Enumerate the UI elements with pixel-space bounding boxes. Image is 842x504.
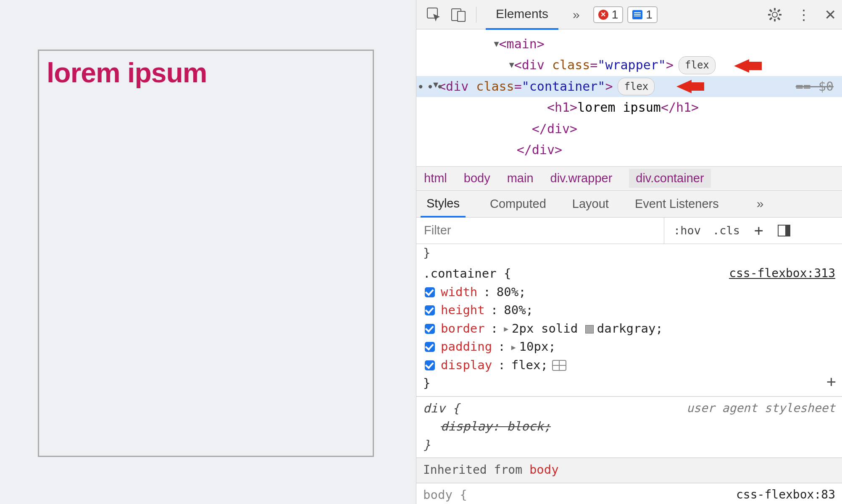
css-prop-display[interactable]: display: flex; <box>423 356 835 375</box>
devtools-toolbar: Elements » ✕ 1 1 ⋮ ✕ <box>416 0 842 29</box>
inherited-source[interactable]: body <box>529 462 559 477</box>
preview-heading: lorem ipsum <box>47 57 365 89</box>
crumb-body[interactable]: body <box>464 171 490 185</box>
tag-main-open: <main> <box>499 37 545 51</box>
selected-marker: == $0 <box>796 76 842 97</box>
styles-filter-input[interactable] <box>416 218 664 244</box>
css-source-link[interactable]: css-flexbox:313 <box>729 265 835 282</box>
svg-point-4 <box>772 12 777 17</box>
subtab-layout[interactable]: Layout <box>571 192 610 216</box>
dom-node-main[interactable]: ▼<main> <box>416 34 842 55</box>
subtab-computed[interactable]: Computed <box>488 192 548 216</box>
css-rule-close: } <box>423 436 835 454</box>
crumb-main[interactable]: main <box>507 171 534 185</box>
dom-node-div-close[interactable]: </div> <box>416 118 842 139</box>
subtab-event-listeners[interactable]: Event Listeners <box>633 192 721 216</box>
hov-toggle[interactable]: :hov <box>674 224 701 237</box>
new-style-rule-icon[interactable]: + <box>752 222 766 239</box>
flex-badge[interactable]: flex <box>618 78 655 95</box>
css-selector[interactable]: body { <box>423 486 835 504</box>
page-preview: lorem ipsum <box>0 0 416 504</box>
ua-stylesheet-label: user agent stylesheet <box>687 399 835 417</box>
flex-editor-icon[interactable] <box>552 360 566 371</box>
css-rule-close: } <box>423 374 835 393</box>
more-subtabs-icon[interactable]: » <box>745 197 769 211</box>
subtab-styles[interactable]: Styles <box>421 190 466 218</box>
css-prop-width[interactable]: width: 80%; <box>423 283 835 302</box>
tab-elements[interactable]: Elements <box>486 0 558 30</box>
settings-gear-icon[interactable] <box>766 6 783 23</box>
crumb-html[interactable]: html <box>424 171 447 185</box>
rule-close-truncated: } <box>416 244 842 262</box>
dom-node-h1[interactable]: <h1>lorem ipsum</h1> <box>416 97 842 118</box>
expand-arrow-icon[interactable]: ▼ <box>509 58 514 72</box>
color-swatch-icon[interactable] <box>585 325 594 333</box>
svg-rect-2 <box>458 11 465 21</box>
styles-filter-row: :hov .cls + <box>416 218 842 244</box>
dom-node-wrapper[interactable]: ▼<div class="wrapper">flex <box>416 55 842 76</box>
dom-node-div-close[interactable]: </div> <box>416 139 842 160</box>
inspect-element-icon[interactable] <box>426 6 442 23</box>
css-rule-ua-div[interactable]: user agent stylesheet div { display: blo… <box>416 397 842 459</box>
close-devtools-icon[interactable]: ✕ <box>824 6 836 23</box>
tag-div-open: <div <box>514 58 552 72</box>
error-badge[interactable]: ✕ 1 <box>593 6 624 23</box>
add-declaration-icon[interactable]: + <box>826 370 836 394</box>
styles-pane: } css-flexbox:313 .container { width: 80… <box>416 244 842 504</box>
cls-toggle[interactable]: .cls <box>713 224 740 237</box>
message-count: 1 <box>646 8 653 21</box>
css-prop-display-ua: display: block; <box>441 419 551 433</box>
css-rule-container[interactable]: css-flexbox:313 .container { width: 80%;… <box>416 262 842 397</box>
expand-arrow-icon[interactable]: ▼ <box>494 37 499 51</box>
message-icon <box>632 10 642 19</box>
preview-container: lorem ipsum <box>38 50 374 457</box>
devtools-panel: Elements » ✕ 1 1 ⋮ ✕ ▼<main> ▼<div class… <box>416 0 842 504</box>
css-prop-border[interactable]: border: ▶ 2px solid darkgray; <box>423 320 835 338</box>
toggle-checkbox[interactable] <box>425 360 435 370</box>
breadcrumb: html body main div.wrapper div.container <box>416 166 842 190</box>
css-prop-padding[interactable]: padding: ▶ 10px; <box>423 338 835 356</box>
more-actions-icon[interactable]: ● ● ● <box>419 81 443 92</box>
device-toolbar-icon[interactable] <box>450 6 467 23</box>
toggle-checkbox[interactable] <box>425 324 435 334</box>
expand-shorthand-icon[interactable]: ▶ <box>511 341 516 353</box>
message-badge[interactable]: 1 <box>627 6 658 23</box>
error-count: 1 <box>612 8 618 21</box>
kebab-menu-icon[interactable]: ⋮ <box>797 6 811 23</box>
inherited-label: Inherited from <box>423 463 529 477</box>
annotation-arrow-icon <box>734 59 749 73</box>
toolbar-separator <box>476 7 476 23</box>
expand-arrow-icon[interactable]: ▼ <box>433 78 438 92</box>
annotation-arrow-icon <box>676 80 692 93</box>
toggle-checkbox[interactable] <box>425 305 435 315</box>
css-rule-body-peek[interactable]: css-flexbox:83 body { <box>416 483 842 504</box>
more-tabs-icon[interactable]: » <box>561 8 589 22</box>
toggle-checkbox[interactable] <box>425 287 435 297</box>
inherited-from-row: Inherited from body <box>416 458 842 483</box>
dom-tree[interactable]: ▼<main> ▼<div class="wrapper">flex ● ● ●… <box>416 29 842 166</box>
crumb-container[interactable]: div.container <box>629 169 710 188</box>
flex-badge[interactable]: flex <box>679 56 716 74</box>
crumb-wrapper[interactable]: div.wrapper <box>550 171 613 185</box>
toggle-checkbox[interactable] <box>425 342 435 352</box>
toggle-sidebar-icon[interactable] <box>778 225 790 236</box>
error-icon: ✕ <box>598 10 608 20</box>
dom-node-container-selected[interactable]: ● ● ● ▼<div class="container">flex== $0 <box>416 76 842 97</box>
css-prop-height[interactable]: height: 80%; <box>423 301 835 320</box>
expand-shorthand-icon[interactable]: ▶ <box>504 323 508 334</box>
styles-subtabs: Styles Computed Layout Event Listeners » <box>416 191 842 218</box>
